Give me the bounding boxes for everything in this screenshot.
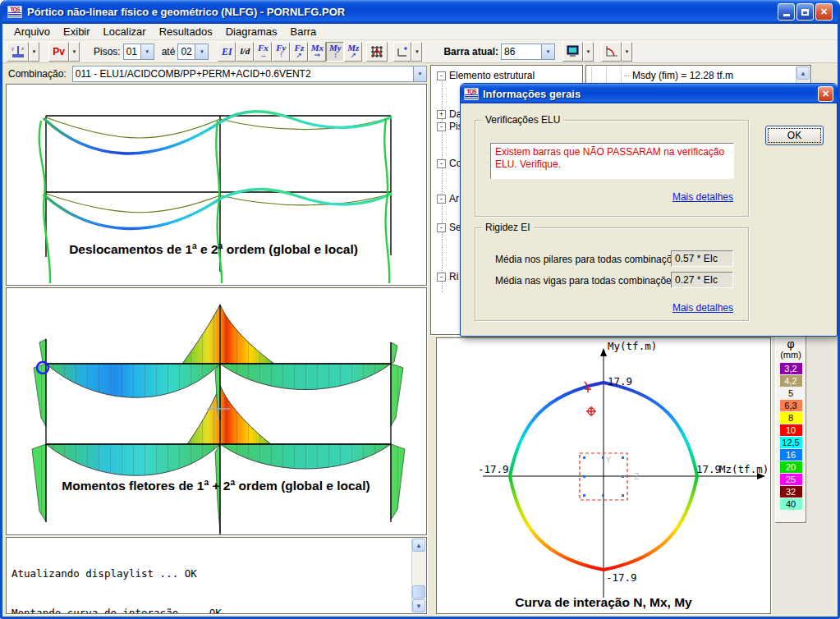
tree-expand-icon[interactable]: + xyxy=(437,110,446,119)
phi-symbol: φ xyxy=(776,338,806,350)
x-axis-label: Mz(tf.m) xyxy=(719,463,769,475)
menu-resultados[interactable]: Resultados xyxy=(153,24,219,39)
scroll-up-icon[interactable]: ▲ xyxy=(412,539,425,552)
menu-exibir[interactable]: Exibir xyxy=(57,24,97,39)
section-view-button[interactable]: yz xyxy=(7,42,29,62)
phi-entry[interactable]: 4,2 xyxy=(780,375,802,387)
tree-collapse-icon[interactable]: - xyxy=(437,122,446,131)
section-view-dropdown[interactable]: ▼ xyxy=(29,42,39,62)
ei-button[interactable]: EI xyxy=(218,42,236,62)
tree-collapse-icon[interactable]: - xyxy=(437,195,446,204)
tree-item-ar[interactable]: - Ar xyxy=(437,193,459,204)
phi-entry[interactable]: 32 xyxy=(780,486,802,497)
console-line: Atualizando displaylist ... OK xyxy=(11,567,425,580)
phi-entry[interactable]: 25 xyxy=(780,474,802,485)
console-scrollbar[interactable]: ▲ ▼ xyxy=(411,539,425,612)
pisos-label: Pisos: xyxy=(94,46,121,57)
main-toolbar: yz ▼ Pv ▼ Pisos: 01▼ até 02▼ EI l/d Fx→ … xyxy=(2,40,838,63)
tree-collapse-icon[interactable]: - xyxy=(437,71,446,80)
y-min-label: -17.9 xyxy=(606,571,637,584)
combination-select[interactable]: 011 - ELU1/ACIDCOMB/PP+PERM+ACID+0.6VENT… xyxy=(72,66,427,82)
svg-text:z: z xyxy=(21,46,24,51)
ld-button[interactable]: l/d xyxy=(236,42,254,62)
y-max-label: 17.9 xyxy=(608,375,632,387)
tree-collapse-icon[interactable]: - xyxy=(437,273,446,282)
moments-canvas[interactable]: Momentos fletores de 1ª + 2ª ordem (glob… xyxy=(6,287,427,535)
phi-entry[interactable]: 40 xyxy=(780,498,802,510)
rigidez-vigas-value: 0.27 * EIc xyxy=(671,272,733,288)
scroll-thumb[interactable] xyxy=(412,585,425,598)
rigidez-mais-detalhes-link[interactable]: Mais detalhes xyxy=(672,302,733,314)
tqs-logo-icon: TQS xyxy=(7,6,22,18)
barra-atual-select[interactable]: 86▼ xyxy=(501,44,555,60)
tree-item-dados[interactable]: + Da xyxy=(437,108,461,120)
interaction-curve-canvas[interactable]: Y Z My(tf.m) 17.9 -17.9 17.9 Mz(tf.m) -1… xyxy=(436,337,771,614)
minimize-button[interactable] xyxy=(778,3,795,21)
pv-button[interactable]: Pv xyxy=(48,42,69,62)
app-window: TQS Pórtico não-linear físico e geométri… xyxy=(0,0,840,619)
pv-icon: Pv xyxy=(53,47,65,57)
screen-button[interactable] xyxy=(562,42,583,62)
phi-scale-column: φ (mm) 3,2 4,2 5 6,3 8 10 12,5 16 20 25 … xyxy=(773,332,832,614)
mz-button[interactable]: Mz↗ xyxy=(344,42,362,62)
x-max-label: 17.9 xyxy=(696,463,721,475)
scroll-up-icon[interactable]: ▲ xyxy=(796,66,810,80)
tree-item-co[interactable]: - Co xyxy=(437,158,461,169)
tree-collapse-icon[interactable]: - xyxy=(437,159,446,168)
my-button[interactable]: My↕ xyxy=(326,42,344,62)
interaction-curve-button[interactable] xyxy=(601,42,622,62)
group-title: Verificações ELU xyxy=(482,114,563,126)
scroll-down-icon[interactable]: ▼ xyxy=(412,599,425,612)
phi-entry[interactable]: 3,2 xyxy=(780,363,802,374)
pisos-to-select[interactable]: 02▼ xyxy=(177,44,209,60)
y-axis-label: My(tf.m) xyxy=(608,340,657,352)
fy-button[interactable]: Fy↑ xyxy=(272,42,290,62)
tree-item-se[interactable]: - Se xyxy=(437,222,461,233)
fz-button[interactable]: Fz↗ xyxy=(290,42,308,62)
phi-entry[interactable]: 12,5 xyxy=(780,437,802,448)
menu-arquivo[interactable]: Arquivo xyxy=(7,24,57,39)
mx-button[interactable]: Mx⇒ xyxy=(308,42,326,62)
menu-barra[interactable]: Barra xyxy=(284,24,324,39)
displacements-canvas[interactable]: Deslocamentos de 1ª e 2ª ordem (global e… xyxy=(6,84,427,286)
maximize-button[interactable] xyxy=(796,3,814,21)
result-item-msdy[interactable]: Msdy (fim) = 12.28 tf.m xyxy=(624,70,733,81)
frame-3d-button[interactable] xyxy=(366,42,388,62)
phi-entry[interactable]: 5 xyxy=(780,387,802,399)
moments-caption: Momentos fletores de 1ª + 2ª ordem (glob… xyxy=(62,479,370,493)
menu-localizar[interactable]: Localizar xyxy=(97,24,153,39)
ok-button[interactable]: OK xyxy=(765,126,824,145)
new-window-button[interactable] xyxy=(393,42,411,62)
ate-label: até xyxy=(162,46,176,57)
interaction-curve-caption: Curva de interação N, Mx, My xyxy=(515,595,692,609)
tree-item-ri[interactable]: - Ri xyxy=(437,271,458,282)
group-verificacoes-elu: Verificações ELU Existem barras que NÃO … xyxy=(475,120,749,217)
chevron-down-icon: ▼ xyxy=(541,44,554,59)
pisos-from-select[interactable]: 01▼ xyxy=(123,44,154,60)
phi-entry[interactable]: 10 xyxy=(780,424,802,436)
phi-entry[interactable]: 20 xyxy=(780,461,802,473)
screen-dropdown[interactable]: ▼ xyxy=(583,42,594,62)
corner-plus-icon xyxy=(396,45,409,58)
elu-warning-text: Existem barras que NÃO PASSARAM na verif… xyxy=(495,146,724,170)
yz-section-icon: yz xyxy=(10,44,26,59)
group-rigidez-ei: Rigidez EI Média nos pilares para todas … xyxy=(475,227,749,321)
moments-drawing: Momentos fletores de 1ª + 2ª ordem (glob… xyxy=(7,288,426,534)
new-window-dropdown[interactable]: ▼ xyxy=(411,42,422,62)
displacements-drawing: Deslocamentos de 1ª e 2ª ordem (global e… xyxy=(7,85,426,285)
pv-dropdown[interactable]: ▼ xyxy=(69,42,80,62)
interaction-curve-dropdown[interactable]: ▼ xyxy=(622,42,632,62)
phi-entry[interactable]: 8 xyxy=(780,412,802,424)
interaction-curve-drawing: Y Z My(tf.m) 17.9 -17.9 17.9 Mz(tf.m) -1… xyxy=(437,338,770,613)
tree-collapse-icon[interactable]: - xyxy=(437,223,446,232)
tree-item-pisos[interactable]: - Pis xyxy=(437,121,463,132)
phi-scale-strip: φ (mm) 3,2 4,2 5 6,3 8 10 12,5 16 20 25 … xyxy=(775,334,806,523)
menu-diagramas[interactable]: Diagramas xyxy=(219,24,284,39)
fx-button[interactable]: Fx→ xyxy=(254,42,272,62)
close-button[interactable]: ✕ xyxy=(815,3,833,21)
elu-mais-detalhes-link[interactable]: Mais detalhes xyxy=(672,191,733,203)
phi-entry[interactable]: 16 xyxy=(780,449,802,461)
tree-item-elemento-estrutural[interactable]: - Elemento estrutural xyxy=(437,70,535,81)
phi-entry[interactable]: 6,3 xyxy=(780,400,802,411)
dialog-close-button[interactable]: ✕ xyxy=(818,86,833,102)
